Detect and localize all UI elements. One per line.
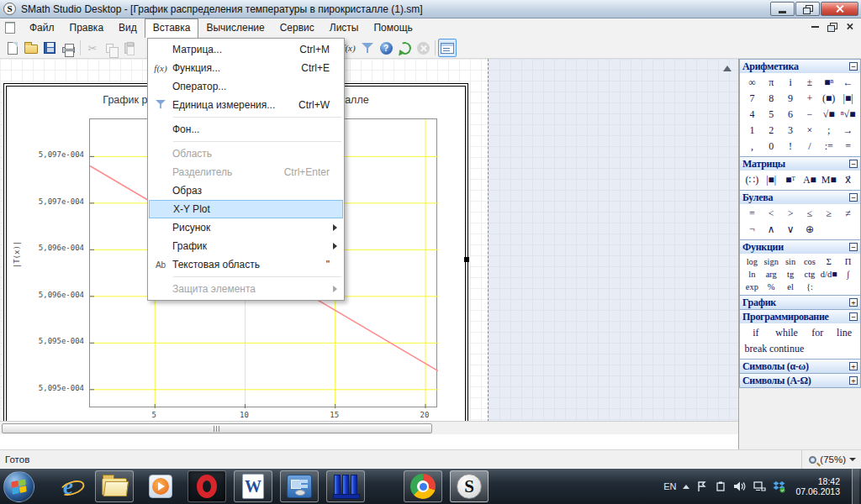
menu-item-xy-plot[interactable]: X-Y Plot bbox=[149, 200, 343, 218]
palette-symbol[interactable]: cos bbox=[800, 255, 820, 268]
palette-symbol[interactable]: ¬ bbox=[742, 222, 762, 238]
close-button[interactable] bbox=[821, 2, 858, 16]
document-icon[interactable] bbox=[5, 22, 15, 34]
menu-item-background[interactable]: Фон... bbox=[149, 120, 343, 139]
taskbar-app-windows-explorer[interactable] bbox=[95, 470, 134, 502]
open-file-button[interactable] bbox=[22, 39, 40, 57]
palette-symbol[interactable]: |■| bbox=[762, 172, 781, 188]
horizontal-scrollbar[interactable] bbox=[0, 421, 738, 434]
collapse-toggle-icon[interactable]: − bbox=[849, 160, 858, 168]
taskbar-clock[interactable]: 18:42 07.06.2013 bbox=[795, 476, 840, 496]
palette-symbol[interactable]: break bbox=[742, 341, 769, 357]
zoom-dropdown-icon[interactable] bbox=[849, 458, 856, 461]
menu-edit[interactable]: Правка bbox=[62, 18, 112, 38]
palette-symbol[interactable]: ≥ bbox=[819, 206, 838, 222]
expand-toggle-icon[interactable]: + bbox=[849, 362, 858, 370]
expand-toggle-icon[interactable]: + bbox=[849, 298, 858, 307]
palette-symbol[interactable]: 5 bbox=[762, 107, 781, 123]
child-restore-icon[interactable] bbox=[827, 23, 837, 31]
palette-symbol[interactable]: % bbox=[762, 281, 781, 293]
palette-symbol[interactable]: ∨ bbox=[781, 222, 800, 238]
palette-symbol[interactable]: (■) bbox=[819, 91, 838, 107]
palette-symbol[interactable]: A■ bbox=[800, 172, 820, 188]
palette-symbol[interactable]: π bbox=[762, 75, 781, 91]
cut-button[interactable]: ✂ bbox=[83, 39, 102, 57]
palette-symbol[interactable]: ! bbox=[781, 139, 800, 155]
palette-header[interactable]: Булева− bbox=[740, 191, 860, 204]
taskbar-app-internet-explorer[interactable]: e bbox=[49, 470, 87, 502]
child-minimize-icon[interactable] bbox=[811, 26, 819, 28]
dropbox-icon[interactable] bbox=[773, 480, 785, 493]
palette-header[interactable]: Программирование− bbox=[740, 310, 860, 323]
palette-symbol[interactable]: Π bbox=[838, 255, 858, 268]
expand-toggle-icon[interactable]: + bbox=[849, 376, 858, 385]
palette-symbol[interactable]: el bbox=[781, 281, 800, 293]
menu-item-text-region[interactable]: AbТекстовая область" bbox=[149, 255, 343, 274]
palette-symbol[interactable]: 9 bbox=[781, 91, 800, 107]
palette-symbol[interactable]: ∧ bbox=[762, 222, 781, 238]
palette-header[interactable]: Функции− bbox=[740, 240, 860, 254]
menu-file[interactable]: Файл bbox=[22, 18, 62, 38]
palette-symbol[interactable]: line bbox=[831, 325, 858, 341]
palette-symbol[interactable]: 6 bbox=[781, 107, 800, 123]
palette-symbol[interactable]: 7 bbox=[742, 91, 762, 107]
menu-help[interactable]: Помощь bbox=[366, 18, 420, 38]
palette-symbol[interactable]: while bbox=[769, 325, 804, 341]
child-close-icon[interactable] bbox=[846, 23, 853, 30]
palette-symbol[interactable]: ln bbox=[742, 268, 762, 281]
menu-item-matrix[interactable]: Матрица...Ctrl+M bbox=[149, 40, 343, 59]
menu-item-plot[interactable]: График bbox=[149, 237, 343, 255]
palette-symbol[interactable]: for bbox=[804, 325, 831, 341]
palette-symbol[interactable]: × bbox=[800, 123, 820, 139]
restore-button[interactable] bbox=[795, 2, 820, 16]
collapse-toggle-icon[interactable]: − bbox=[849, 312, 858, 321]
insert-unit-button[interactable] bbox=[358, 39, 377, 57]
taskbar-app-opera[interactable] bbox=[188, 470, 226, 502]
minimize-button[interactable] bbox=[770, 2, 795, 16]
palette-symbol[interactable]: i bbox=[781, 75, 800, 91]
palette-symbol[interactable]: sign bbox=[762, 255, 781, 268]
palette-symbol[interactable]: = bbox=[742, 206, 762, 222]
taskbar-app-media-player[interactable] bbox=[141, 470, 180, 502]
palette-symbol[interactable]: < bbox=[762, 206, 781, 222]
network-icon[interactable] bbox=[753, 480, 766, 492]
palette-symbol[interactable]: {: bbox=[800, 281, 820, 293]
start-button[interactable] bbox=[3, 471, 34, 502]
palette-symbol[interactable]: d/d■ bbox=[819, 268, 838, 281]
paste-button[interactable] bbox=[120, 39, 139, 57]
palette-symbol[interactable]: ≠ bbox=[838, 206, 858, 222]
palette-symbol[interactable]: 4 bbox=[742, 107, 762, 123]
palette-header[interactable]: График+ bbox=[740, 296, 860, 309]
palette-symbol[interactable]: := bbox=[819, 139, 838, 155]
palette-symbol[interactable]: 3 bbox=[781, 123, 800, 139]
palette-header[interactable]: Символы (α-ω)+ bbox=[740, 360, 860, 373]
menu-item-element-protection[interactable]: Защита элемента bbox=[149, 280, 343, 298]
flag-icon[interactable] bbox=[696, 480, 708, 492]
menu-sheets[interactable]: Листы bbox=[322, 18, 367, 38]
palette-symbol[interactable]: if bbox=[742, 325, 769, 341]
palette-symbol[interactable]: ← bbox=[838, 75, 858, 91]
action-center-icon[interactable] bbox=[715, 480, 726, 492]
zoom-control[interactable]: (75%) bbox=[801, 450, 856, 469]
palette-symbol[interactable]: ≤ bbox=[800, 206, 820, 222]
palette-symbol[interactable]: |■| bbox=[838, 91, 858, 107]
palette-symbol[interactable]: 0 bbox=[762, 139, 781, 155]
palette-symbol[interactable]: + bbox=[800, 91, 820, 107]
palette-symbol[interactable]: (∷) bbox=[742, 172, 762, 188]
palette-symbol[interactable]: arg bbox=[762, 268, 781, 281]
menu-item-operator[interactable]: Оператор... bbox=[149, 77, 343, 96]
palette-symbol[interactable]: ; bbox=[819, 123, 838, 139]
worksheet-canvas[interactable]: График распределения температуры в пирок… bbox=[0, 59, 738, 434]
menu-item-separator-line[interactable]: РазделительCtrl+Enter bbox=[149, 163, 343, 181]
palette-header[interactable]: Матрицы− bbox=[740, 157, 860, 171]
side-panels-toggle-button[interactable] bbox=[438, 39, 457, 57]
palette-symbol[interactable]: ⁿ√■ bbox=[838, 107, 858, 123]
palette-symbol[interactable]: exp bbox=[742, 281, 762, 293]
reference-book-button[interactable]: ? bbox=[377, 39, 395, 57]
palette-symbol[interactable]: Σ bbox=[819, 255, 838, 268]
language-indicator[interactable]: EN bbox=[663, 481, 676, 491]
save-button[interactable] bbox=[40, 39, 59, 57]
collapse-toggle-icon[interactable]: − bbox=[849, 193, 858, 202]
palette-symbol[interactable]: tg bbox=[781, 268, 800, 281]
copy-button[interactable] bbox=[102, 39, 120, 57]
